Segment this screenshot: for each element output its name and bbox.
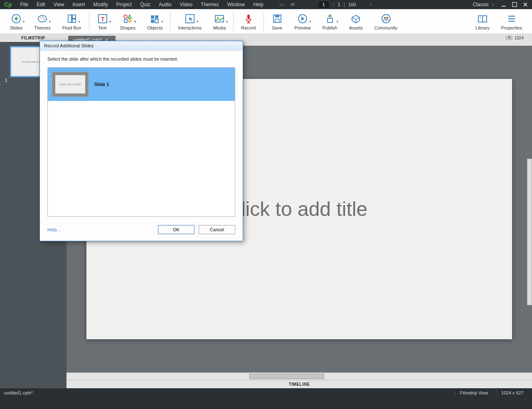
- toolbar-save-button[interactable]: Save: [266, 10, 289, 33]
- toolbar-community-label: Community: [374, 25, 398, 30]
- svg-point-38: [386, 17, 388, 19]
- menu-video[interactable]: Video: [177, 1, 196, 8]
- toolbar-preview-label: Preview: [295, 25, 311, 30]
- objects-icon: ▼: [149, 13, 161, 24]
- timeline-panel-header[interactable]: TIMELINE: [66, 380, 532, 388]
- maximize-button[interactable]: [510, 1, 520, 8]
- arrow-down-icon[interactable]: ↓: [300, 1, 305, 8]
- zoom-input[interactable]: [348, 2, 365, 7]
- toolbar-slides-label: Slides: [10, 25, 22, 30]
- preview-icon: ▼: [297, 13, 308, 24]
- menu-themes[interactable]: Themes: [197, 1, 222, 8]
- shapes-icon: ▼: [122, 13, 133, 24]
- menu-window[interactable]: Window: [224, 1, 248, 8]
- svg-point-10: [43, 18, 44, 20]
- caption-icon[interactable]: ▭: [278, 1, 286, 8]
- text-icon: T▼: [97, 13, 108, 24]
- statusbar: untitled1.cptx* Filmstrip View 1024 x 62…: [0, 388, 532, 397]
- workspace-dropdown[interactable]: Classic ▼: [469, 1, 498, 8]
- toolbar-separator: [233, 12, 234, 30]
- toolbar-interactions-button[interactable]: ▼Interactions: [172, 10, 207, 33]
- menu-quiz[interactable]: Quiz: [137, 1, 154, 8]
- toolbar-media-button[interactable]: ▼Media: [207, 10, 232, 33]
- svg-point-16: [124, 15, 127, 18]
- slide-list[interactable]: Double click to add titleSlide 1: [47, 67, 235, 217]
- toolbar-properties-button[interactable]: Properties: [495, 10, 528, 33]
- toolbar-preview-button[interactable]: ▼Preview: [289, 10, 317, 33]
- cancel-button[interactable]: Cancel: [199, 225, 235, 234]
- svg-rect-27: [247, 15, 250, 20]
- slide-list-thumbnail: Double click to add title: [52, 72, 89, 97]
- slide-list-item[interactable]: Double click to add titleSlide 1: [48, 68, 235, 101]
- toolbar-library-label: Library: [475, 25, 490, 30]
- toolbar-assets-label: Assets: [349, 25, 363, 30]
- menu-view[interactable]: View: [50, 1, 68, 8]
- slides-icon: ▼: [10, 13, 22, 24]
- zoom-dropdown-icon[interactable]: ▼: [369, 3, 372, 7]
- menubar: FileEditViewInsertModifyProjectQuizAudio…: [17, 1, 267, 8]
- toolbar-publish-button[interactable]: ▼Publish: [317, 10, 343, 33]
- properties-icon: [506, 13, 517, 24]
- toolbar-assets-button[interactable]: Assets: [343, 10, 369, 33]
- dialog-title[interactable]: Record Additional Slides: [40, 41, 243, 51]
- svg-rect-32: [275, 19, 279, 22]
- menu-file[interactable]: File: [17, 1, 32, 8]
- slide-title-placeholder[interactable]: click to add title: [231, 198, 367, 220]
- svg-point-37: [384, 17, 386, 19]
- status-filename: untitled1.cptx*: [4, 390, 33, 395]
- svg-rect-11: [68, 15, 71, 22]
- toolbar-media-label: Media: [213, 25, 226, 30]
- svg-rect-21: [155, 15, 158, 19]
- toolbar-objects-button[interactable]: ▼Objects: [141, 10, 168, 33]
- toolbar-properties-label: Properties: [501, 25, 522, 30]
- vertical-scrollbar[interactable]: [527, 159, 532, 305]
- svg-point-26: [217, 17, 219, 18]
- fluidbox-icon: ▼: [66, 13, 78, 24]
- workspace-label: Classic: [473, 2, 489, 7]
- horizontal-scrollbar[interactable]: [66, 372, 532, 380]
- status-dimensions: 1024 x 627: [497, 390, 528, 395]
- ruler-handle-icon[interactable]: ⟨Ⅲ⟩: [505, 35, 513, 41]
- arrow-up-icon[interactable]: ↑: [309, 1, 315, 8]
- svg-rect-35: [328, 18, 332, 22]
- toolbar-fluidbox-button[interactable]: ▼Fluid Box: [57, 10, 87, 33]
- toolbar-separator: [89, 12, 89, 30]
- menu-edit[interactable]: Edit: [33, 1, 49, 8]
- close-button[interactable]: [520, 1, 530, 8]
- svg-marker-34: [301, 17, 305, 21]
- svg-rect-20: [151, 15, 154, 19]
- toolbar-slides-button[interactable]: ▼Slides: [4, 10, 28, 33]
- svg-marker-19: [128, 20, 131, 22]
- media-icon: ▼: [214, 13, 225, 24]
- menu-help[interactable]: Help: [250, 1, 267, 8]
- toolbar-record-button[interactable]: Record: [235, 10, 261, 33]
- record-additional-slides-dialog: Record Additional Slides Select the slid…: [39, 41, 243, 241]
- svg-rect-0: [502, 6, 506, 7]
- toolbar-separator: [170, 12, 170, 30]
- menu-modify[interactable]: Modify: [90, 1, 111, 8]
- scrollbar-thumb[interactable]: [249, 374, 324, 379]
- toolbar-fluidbox-label: Fluid Box: [62, 25, 81, 30]
- toolbar-library-button[interactable]: Library: [470, 10, 495, 33]
- toolbar-community-button[interactable]: Community: [369, 10, 404, 33]
- toolbar-save-label: Save: [272, 25, 282, 30]
- toolbar-text-button[interactable]: T▼Text: [91, 10, 114, 33]
- community-icon: [380, 13, 392, 24]
- help-link[interactable]: Help...: [47, 227, 61, 232]
- svg-text:T: T: [101, 15, 104, 22]
- page-current-input[interactable]: [318, 1, 330, 8]
- ribbon-toolbar: ▼Slides▼Themes▼Fluid BoxT▼Text▼Shapes▼Ob…: [0, 9, 532, 34]
- mail-icon[interactable]: ✉: [289, 1, 296, 8]
- menu-insert[interactable]: Insert: [69, 1, 89, 8]
- themes-icon: ▼: [37, 13, 48, 24]
- ok-button[interactable]: OK: [158, 225, 195, 234]
- slide-list-label: Slide 1: [94, 82, 109, 87]
- menu-audio[interactable]: Audio: [155, 1, 175, 8]
- toolbar-themes-button[interactable]: ▼Themes: [28, 10, 57, 33]
- svg-rect-18: [124, 20, 127, 22]
- svg-point-36: [382, 15, 390, 23]
- toolbar-shapes-button[interactable]: ▼Shapes: [114, 10, 141, 33]
- minimize-button[interactable]: [499, 1, 509, 8]
- menu-project[interactable]: Project: [113, 1, 135, 8]
- svg-marker-17: [128, 15, 131, 18]
